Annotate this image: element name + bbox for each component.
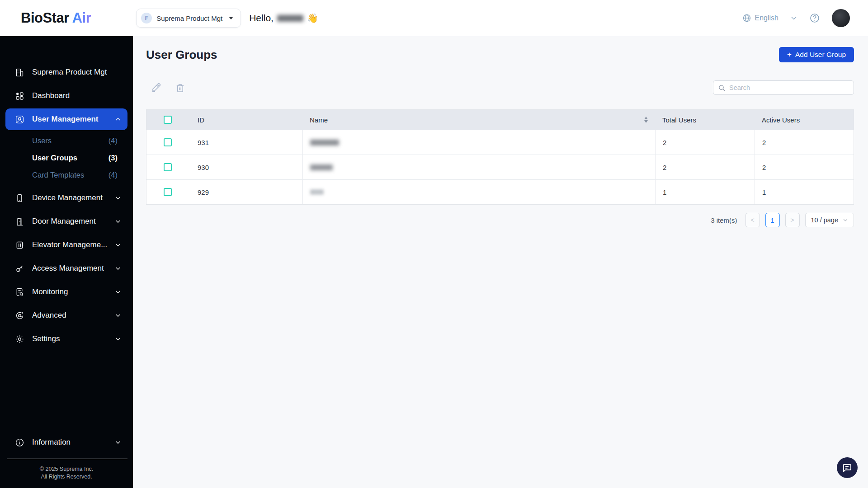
pagination-prev-button[interactable]: <: [745, 213, 760, 227]
logo-biostar: BioStar: [21, 10, 69, 26]
edit-pencil-icon[interactable]: [151, 82, 161, 93]
blurred-group-name: [310, 189, 324, 195]
user-management-submenu: Users (4) User Groups (3) Card Templates…: [0, 131, 133, 186]
plus-icon: +: [787, 50, 792, 59]
pagination-page-1[interactable]: 1: [765, 213, 780, 227]
sidebar-item-dashboard[interactable]: Dashboard: [0, 84, 133, 108]
sidebar-item-elevator-management[interactable]: Elevator Manageme...: [0, 233, 133, 257]
device-icon: [15, 193, 24, 203]
organization-selector[interactable]: F Suprema Product Mgt: [136, 9, 241, 28]
row-id: 929: [187, 188, 302, 196]
chevron-down-icon[interactable]: [790, 14, 797, 22]
chevron-down-icon: [115, 265, 121, 272]
chevron-down-icon: [115, 312, 121, 319]
wave-emoji: 👋: [307, 13, 318, 23]
sidebar-item-label: Door Management: [32, 217, 115, 226]
copyright-line1: © 2025 Suprema Inc.: [0, 465, 133, 473]
table-row[interactable]: 930 2 2: [146, 155, 854, 179]
sidebar-item-access-management[interactable]: Access Management: [0, 257, 133, 280]
logo-air: Air: [72, 10, 91, 26]
sidebar-item-information[interactable]: Information: [0, 431, 133, 454]
sidebar-item-advanced[interactable]: Advanced: [0, 304, 133, 327]
copyright-line2: All Rights Reserved.: [0, 473, 133, 481]
sidebar-item-user-management[interactable]: User Management: [5, 108, 127, 130]
row-checkbox[interactable]: [164, 188, 172, 196]
row-checkbox[interactable]: [164, 138, 172, 146]
chevron-down-icon: [115, 195, 121, 201]
globe-icon: [742, 14, 751, 23]
language-selector[interactable]: English: [742, 14, 778, 23]
submenu-label: Card Templates: [32, 171, 84, 179]
row-active-users: 1: [755, 180, 854, 204]
sidebar-item-suprema-product-mgt[interactable]: Suprema Product Mgt: [0, 61, 133, 84]
row-total-users: 1: [655, 180, 755, 204]
info-circle-icon: [15, 438, 24, 447]
copyright: © 2025 Suprema Inc. All Rights Reserved.: [0, 465, 133, 481]
app-logo: BioStar Air: [21, 10, 91, 26]
sidebar-item-label: Monitoring: [32, 287, 115, 296]
chat-fab-button[interactable]: [837, 457, 858, 478]
top-header: BioStar Air F Suprema Product Mgt Hello,…: [0, 0, 868, 36]
page-title: User Groups: [146, 48, 217, 62]
table-row[interactable]: 931 2 2: [146, 130, 854, 155]
table-footer: 3 item(s) < 1 > 10 / page: [146, 213, 854, 227]
user-avatar[interactable]: [832, 9, 850, 27]
search-icon: [718, 84, 726, 92]
page-size-label: 10 / page: [811, 216, 838, 224]
sidebar-item-users[interactable]: Users (4): [0, 132, 133, 149]
sidebar-item-label: Device Management: [32, 193, 115, 202]
row-id: 931: [187, 139, 302, 146]
search-box[interactable]: [713, 80, 854, 95]
sidebar-item-label: Settings: [32, 334, 115, 343]
sidebar-item-card-templates[interactable]: Card Templates (4): [0, 166, 133, 183]
column-header-name-label: Name: [310, 116, 328, 124]
sort-icon[interactable]: [644, 117, 648, 123]
organization-label: Suprema Product Mgt: [156, 14, 222, 22]
sidebar-item-device-management[interactable]: Device Management: [0, 186, 133, 210]
sidebar-item-door-management[interactable]: Door Management: [0, 210, 133, 233]
page-head: User Groups + Add User Group: [146, 47, 854, 62]
trash-icon[interactable]: [175, 83, 185, 93]
blurred-username: [277, 15, 303, 22]
row-checkbox[interactable]: [164, 163, 172, 171]
caret-down-icon: [229, 17, 233, 19]
help-button[interactable]: [809, 13, 820, 23]
bulk-actions: [151, 82, 185, 93]
user-groups-table: ID Name Total Users Active Users 931 2 2…: [146, 109, 854, 205]
row-name: [302, 180, 655, 204]
submenu-count: (3): [108, 154, 118, 162]
gear-icon: [15, 334, 24, 344]
sidebar-item-monitoring[interactable]: Monitoring: [0, 280, 133, 304]
sidebar-item-label: Dashboard: [32, 91, 121, 100]
select-all-checkbox[interactable]: [164, 116, 172, 124]
sidebar-item-label: Elevator Manageme...: [32, 240, 115, 249]
submenu-label: User Groups: [32, 154, 77, 162]
column-header-name: Name: [302, 116, 655, 124]
chevron-down-icon: [115, 242, 121, 248]
blurred-group-name: [310, 140, 339, 145]
pagination-next-button[interactable]: >: [785, 213, 800, 227]
add-user-group-button[interactable]: + Add User Group: [779, 47, 854, 62]
chevron-down-icon: [115, 336, 121, 342]
row-checkbox-cell: [146, 163, 187, 171]
search-input[interactable]: [729, 84, 849, 91]
sidebar-item-settings[interactable]: Settings: [0, 327, 133, 351]
chevron-up-icon: [115, 116, 121, 122]
row-name: [302, 130, 655, 155]
submenu-count: (4): [108, 136, 118, 145]
table-row[interactable]: 929 1 1: [146, 179, 854, 204]
row-id: 930: [187, 164, 302, 171]
building-icon: [15, 68, 24, 77]
chevron-down-icon: [115, 439, 121, 446]
add-user-group-label: Add User Group: [795, 51, 846, 59]
header-actions: English: [742, 9, 850, 27]
sidebar-item-label: Information: [32, 438, 115, 447]
page-size-selector[interactable]: 10 / page: [805, 213, 854, 227]
column-header-total-users: Total Users: [655, 116, 755, 124]
monitoring-icon: [15, 287, 24, 297]
column-header-id: ID: [187, 116, 302, 124]
row-name: [302, 155, 655, 179]
chevron-down-icon: [115, 289, 121, 295]
sidebar-item-user-groups[interactable]: User Groups (3): [0, 149, 133, 166]
greeting-text: Hello,: [249, 13, 274, 23]
